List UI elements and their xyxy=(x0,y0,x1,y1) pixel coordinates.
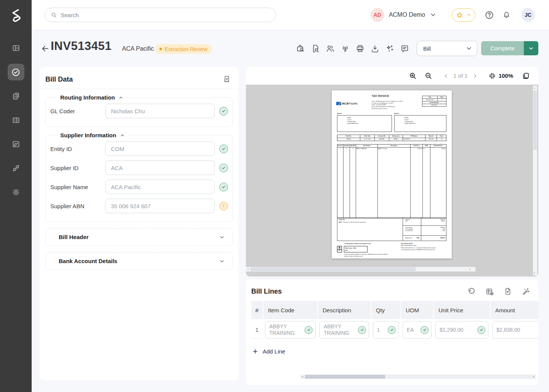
prev-page-button[interactable] xyxy=(443,72,449,79)
sidebar-item-settings[interactable] xyxy=(8,184,24,201)
scrollbar-thumb[interactable] xyxy=(305,375,385,379)
document-search-icon xyxy=(311,44,320,53)
column-header: UOM xyxy=(401,301,433,319)
printer-icon xyxy=(355,44,365,53)
zoom-out-button[interactable] xyxy=(424,71,433,80)
field-row: Entity ID xyxy=(50,141,228,156)
sidebar-item-panels[interactable] xyxy=(8,40,24,56)
chevron-up-icon xyxy=(118,95,124,101)
search-input[interactable] xyxy=(61,12,270,18)
collapse-section-button[interactable] xyxy=(119,132,125,138)
auto-magic-button[interactable] xyxy=(522,287,530,296)
scrollbar-thumb[interactable] xyxy=(250,267,416,271)
gl-coder-field[interactable] xyxy=(105,104,215,118)
zoom-in-icon xyxy=(408,71,417,80)
item-code-cell[interactable]: ABBYY TRAINING xyxy=(265,321,316,339)
bag-search-button[interactable] xyxy=(296,44,305,53)
viewer-horizontal-scrollbar[interactable]: ◂ ▸ xyxy=(246,267,475,272)
sidebar-item-company[interactable] xyxy=(8,112,24,129)
qty-cell[interactable]: 1 xyxy=(373,321,399,339)
download-button[interactable] xyxy=(370,44,380,53)
scroll-left-arrow[interactable]: ◂ xyxy=(302,375,303,378)
amount-cell[interactable]: $2,838.00 xyxy=(492,321,538,339)
complete-button[interactable]: Complete xyxy=(481,41,524,55)
help-button[interactable] xyxy=(485,10,494,20)
add-table-button[interactable] xyxy=(485,287,494,296)
scrollbar-thumb[interactable] xyxy=(533,91,537,150)
notifications-button[interactable] xyxy=(502,11,511,19)
global-search[interactable] xyxy=(45,8,276,22)
description-cell[interactable]: ABBYY TRAINING xyxy=(319,321,369,339)
auto-extract-button[interactable] xyxy=(385,44,395,53)
compress-icon xyxy=(488,72,496,80)
document-type-select[interactable]: Bill xyxy=(417,41,477,56)
logo-mark xyxy=(336,102,341,105)
undo-button[interactable] xyxy=(467,287,476,296)
broadcast-button[interactable] xyxy=(340,44,350,53)
document-audit-button[interactable] xyxy=(311,44,320,53)
user-avatar[interactable]: JC xyxy=(521,8,535,22)
supplier-name-field[interactable] xyxy=(105,180,215,194)
field-row: Supplier ABN xyxy=(50,199,228,213)
sidebar-item-reports[interactable] xyxy=(8,136,24,153)
supplier-id-field[interactable] xyxy=(105,161,215,175)
check-icon xyxy=(221,165,226,170)
uom-cell[interactable]: EA xyxy=(403,321,432,339)
bill-header-section-collapsed[interactable]: Bill Header xyxy=(45,228,233,246)
scroll-right-arrow[interactable]: ▸ xyxy=(533,375,535,378)
bill-lines-table: # Item Code Description Qty UOM Unit Pri… xyxy=(251,301,538,342)
field-label: GL Coder xyxy=(50,108,101,114)
zoom-level: 100% xyxy=(499,72,513,79)
bill-lines-horizontal-scrollbar[interactable]: ◂ ▸ xyxy=(300,374,536,379)
supplier-name-label: ACA Pacific xyxy=(122,45,154,52)
exclamation-icon xyxy=(221,204,226,209)
unit-price-cell[interactable]: $1,290.00 xyxy=(435,321,488,339)
organization-name: ACMO Demo xyxy=(389,11,425,18)
print-button[interactable] xyxy=(355,44,365,53)
page-indicator: 1 of 1 xyxy=(453,72,468,79)
comments-button[interactable] xyxy=(400,44,409,53)
multi-page-view-button[interactable] xyxy=(522,72,530,80)
column-header: Unit Price xyxy=(434,301,490,319)
sidebar-item-approvals[interactable] xyxy=(8,64,24,80)
verified-badge xyxy=(219,145,228,153)
entity-id-field[interactable] xyxy=(105,141,215,156)
top-bar: AD ACMO Demo JC xyxy=(32,0,549,30)
users-button[interactable] xyxy=(326,44,335,53)
organization-avatar[interactable]: AD xyxy=(371,8,384,22)
reports-icon xyxy=(11,140,21,149)
settings-gear-icon xyxy=(11,188,21,197)
chevron-down-icon xyxy=(466,12,472,18)
add-document-button[interactable] xyxy=(504,287,512,296)
favorites-button[interactable] xyxy=(452,8,475,22)
help-icon xyxy=(485,10,494,20)
app-logo-icon[interactable] xyxy=(8,7,24,23)
company-icon xyxy=(11,116,21,125)
scroll-right-arrow[interactable]: ▸ xyxy=(469,267,471,271)
org-chevron-down-icon[interactable] xyxy=(429,11,437,19)
sidebar-item-documents[interactable] xyxy=(8,88,24,104)
collapse-section-button[interactable] xyxy=(118,95,124,101)
fit-to-screen-button[interactable] xyxy=(488,72,496,80)
section-title: Bank Account Details xyxy=(59,258,117,264)
back-button[interactable] xyxy=(41,44,50,53)
field-row: Supplier Name xyxy=(50,180,228,194)
supplier-abn-field[interactable] xyxy=(105,199,215,213)
check-icon xyxy=(307,328,311,332)
scroll-down-arrow[interactable]: ▾ xyxy=(534,272,535,275)
scroll-left-arrow[interactable]: ◂ xyxy=(247,267,249,271)
add-line-button[interactable]: Add Line xyxy=(252,348,285,355)
plus-icon xyxy=(252,348,258,355)
download-icon xyxy=(370,44,380,53)
viewer-vertical-scrollbar[interactable]: ▴ ▾ xyxy=(533,86,537,275)
field-label: Supplier Name xyxy=(50,184,101,190)
zoom-in-button[interactable] xyxy=(408,71,417,80)
receipt-extract-button[interactable] xyxy=(222,75,231,84)
next-page-button[interactable] xyxy=(472,72,478,79)
column-header: Qty xyxy=(371,301,400,319)
bank-account-details-section-collapsed[interactable]: Bank Account Details xyxy=(45,252,233,270)
complete-menu-button[interactable] xyxy=(524,41,538,55)
scroll-up-arrow[interactable]: ▴ xyxy=(534,87,535,90)
sidebar-item-integrations[interactable] xyxy=(8,160,24,177)
column-header: # xyxy=(251,301,263,319)
